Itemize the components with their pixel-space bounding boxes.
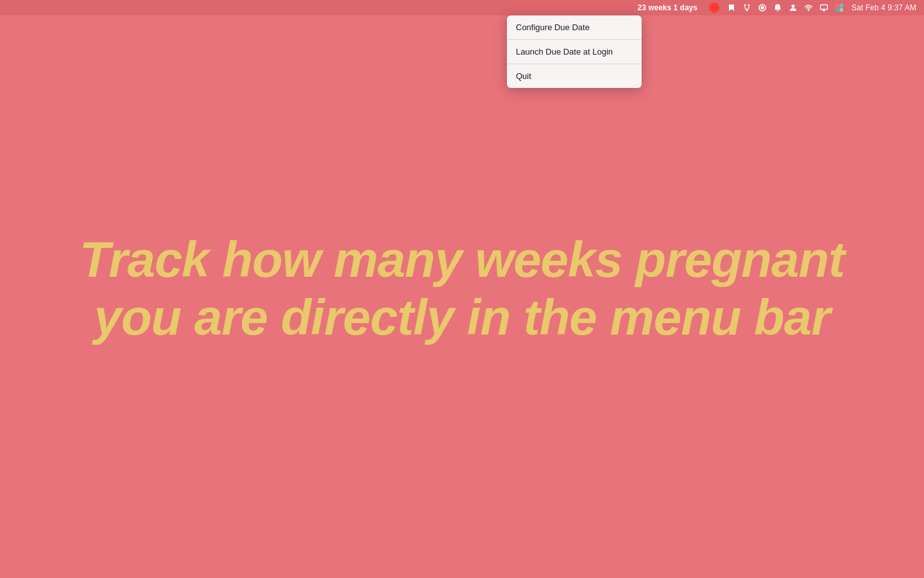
datetime-display: Sat Feb 4 9:37 AM	[849, 0, 919, 15]
notification-icon[interactable]	[772, 2, 783, 13]
svg-point-9	[808, 10, 809, 12]
svg-point-7	[761, 6, 764, 9]
due-date-menubar-item[interactable]: 23 weeks 1 days	[633, 0, 703, 15]
svg-rect-13	[835, 8, 839, 12]
svg-rect-12	[839, 4, 843, 8]
red-dot-icon	[709, 3, 719, 13]
bookmark-icon[interactable]	[726, 2, 737, 13]
dropdown-divider-2	[507, 64, 642, 64]
svg-point-8	[791, 4, 794, 8]
red-dot-item[interactable]	[706, 0, 722, 15]
svg-rect-10	[820, 5, 827, 10]
svg-rect-14	[839, 8, 843, 12]
wifi-icon[interactable]	[803, 2, 814, 13]
display-icon[interactable]	[818, 2, 830, 13]
menubar-right: 23 weeks 1 days	[633, 0, 920, 15]
dropdown-divider-1	[507, 39, 642, 40]
quit-label: Quit	[516, 71, 531, 81]
configure-due-date-label: Configure Due Date	[516, 22, 590, 32]
hero-line-2: you are directly in the menu bar	[80, 289, 844, 347]
svg-point-1	[748, 4, 749, 6]
configure-due-date-item[interactable]: Configure Due Date	[507, 18, 642, 37]
person-icon[interactable]	[787, 2, 799, 13]
due-date-label: 23 weeks 1 days	[638, 3, 697, 12]
main-content: Track how many weeks pregnant you are di…	[0, 0, 924, 578]
hero-text: Track how many weeks pregnant you are di…	[80, 231, 844, 346]
quit-item[interactable]: Quit	[507, 67, 642, 85]
svg-rect-11	[835, 4, 839, 8]
dropdown-menu: Configure Due Date Launch Due Date at Lo…	[507, 15, 642, 88]
menubar: 23 weeks 1 days	[0, 0, 924, 15]
circle-icon[interactable]	[757, 2, 768, 13]
datetime-text: Sat Feb 4 9:37 AM	[851, 3, 916, 12]
color-swatch-icon[interactable]	[834, 2, 845, 13]
fork-icon[interactable]	[741, 2, 753, 13]
launch-at-login-label: Launch Due Date at Login	[516, 47, 613, 57]
hero-line-1: Track how many weeks pregnant	[80, 231, 844, 289]
svg-point-0	[744, 4, 746, 6]
launch-at-login-item[interactable]: Launch Due Date at Login	[507, 42, 642, 61]
